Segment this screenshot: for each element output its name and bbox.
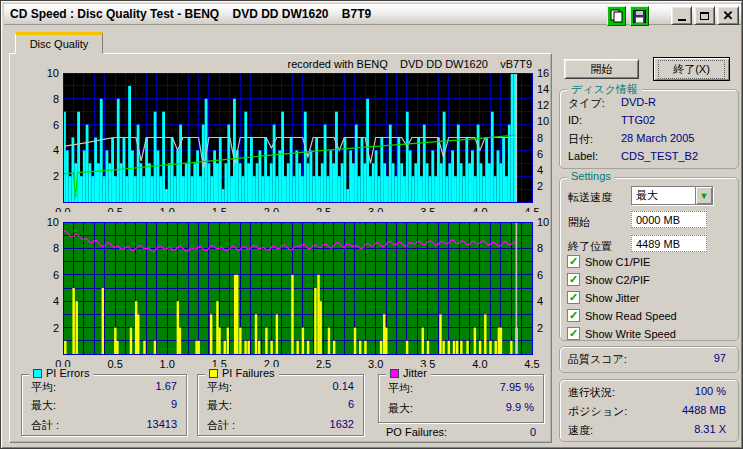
svg-text:6: 6 <box>53 269 59 281</box>
position-value: 4488 MB <box>568 404 726 416</box>
pi-failures-title: PI Failures <box>222 367 275 379</box>
pi-errors-swatch <box>33 369 42 378</box>
pi-failures-chart: 2468102468100.00.51.01.52.02.53.03.54.04… <box>29 210 551 372</box>
transfer-speed-label: 転送速度 <box>568 190 612 205</box>
checkmark-icon: ✓ <box>567 291 580 304</box>
svg-text:8: 8 <box>537 242 543 254</box>
disc-date-label: 日付: <box>568 132 593 147</box>
po-failures-row: PO Failures:0 <box>386 426 536 438</box>
close-icon: ✕ <box>723 9 734 22</box>
svg-text:10: 10 <box>47 67 59 79</box>
chevron-down-icon[interactable]: ▼ <box>695 187 712 204</box>
checkmark-icon: ✓ <box>567 273 580 286</box>
checkmark-icon: ✓ <box>567 309 580 322</box>
start-position-field[interactable]: 0000 MB <box>631 211 707 228</box>
svg-text:0.5: 0.5 <box>107 358 122 370</box>
maximize-icon <box>700 12 709 20</box>
end-position-field[interactable]: 4489 MB <box>631 235 707 252</box>
svg-text:6: 6 <box>537 148 543 160</box>
pi-errors-avg-row: 平均:1.67 <box>31 380 177 395</box>
svg-text:3.0: 3.0 <box>368 358 383 370</box>
disc-id-label: ID: <box>568 114 582 126</box>
svg-text:2: 2 <box>53 170 59 182</box>
svg-text:10: 10 <box>47 216 59 228</box>
svg-text:1.0: 1.0 <box>160 358 175 370</box>
pi-failures-swatch <box>209 369 218 378</box>
pi-errors-legend-box: PI Errors 平均:1.67 最大:9 合計 :13413 <box>21 374 187 436</box>
pi-errors-total-row: 合計 :13413 <box>31 418 177 433</box>
svg-text:10: 10 <box>537 216 549 228</box>
svg-text:4: 4 <box>53 295 59 307</box>
minimize-icon <box>678 19 686 21</box>
checkbox-show-read-speed[interactable]: ✓Show Read Speed <box>567 309 677 322</box>
svg-text:12: 12 <box>537 99 549 111</box>
minimize-button[interactable] <box>671 6 692 25</box>
svg-text:2.5: 2.5 <box>316 358 331 370</box>
svg-text:8: 8 <box>53 242 59 254</box>
pi-errors-max-row: 最大:9 <box>31 398 177 413</box>
quality-score-value: 97 <box>568 352 726 364</box>
pi-failures-max-row: 最大:6 <box>207 398 354 413</box>
svg-text:2: 2 <box>537 322 543 334</box>
svg-text:4.5: 4.5 <box>524 358 539 370</box>
tab-disc-quality[interactable]: Disc Quality <box>15 32 103 54</box>
disc-id-value: TTG02 <box>621 114 655 126</box>
checkbox-show-jitter[interactable]: ✓Show Jitter <box>567 291 639 304</box>
disc-label-label: Label: <box>568 150 598 162</box>
start-position-label: 開始 <box>568 215 590 230</box>
checkbox-show-c1-pie[interactable]: ✓Show C1/PIE <box>567 255 650 268</box>
svg-text:8: 8 <box>537 132 543 144</box>
jitter-legend-box: Jitter 平均:7.95 % 最大:9.9 % <box>378 374 544 423</box>
svg-text:2: 2 <box>537 180 543 192</box>
checkmark-icon: ✓ <box>567 255 580 268</box>
svg-text:4.0: 4.0 <box>472 358 487 370</box>
pi-failures-avg-row: 平均:0.14 <box>207 380 354 395</box>
exit-button[interactable]: 終了(X) <box>653 57 730 81</box>
svg-text:10: 10 <box>537 115 549 127</box>
svg-text:4: 4 <box>537 164 543 176</box>
window-title: CD Speed : Disc Quality Test - BENQ DVD … <box>4 7 371 21</box>
disc-label-value: CDS_TEST_B2 <box>621 150 698 162</box>
jitter-max-row: 最大:9.9 % <box>388 401 534 416</box>
pi-failures-total-row: 合計 :1632 <box>207 418 354 433</box>
jitter-swatch <box>390 369 399 378</box>
checkbox-show-c2-pif[interactable]: ✓Show C2/PIF <box>567 273 650 286</box>
transfer-speed-select[interactable]: 最大 ▼ <box>631 186 713 205</box>
maximize-button[interactable] <box>694 6 715 25</box>
progress-value: 100 % <box>568 385 726 397</box>
svg-text:8: 8 <box>53 93 59 105</box>
app-window: CD Speed : Disc Quality Test - BENQ DVD … <box>0 0 743 449</box>
svg-text:6: 6 <box>537 269 543 281</box>
floppy-save-icon[interactable] <box>630 6 649 26</box>
disc-type-value: DVD-R <box>621 96 656 108</box>
disc-date-value: 28 March 2005 <box>621 132 694 144</box>
disc-type-label: タイプ: <box>568 96 605 111</box>
start-button[interactable]: 開始 <box>564 59 639 79</box>
jitter-avg-row: 平均:7.95 % <box>388 381 534 396</box>
pi-errors-title: PI Errors <box>46 367 89 379</box>
svg-text:14: 14 <box>537 83 549 95</box>
copy-pages-icon[interactable] <box>607 6 626 26</box>
checkmark-icon: ✓ <box>567 327 580 340</box>
close-button[interactable]: ✕ <box>717 6 739 25</box>
svg-text:6: 6 <box>53 119 59 131</box>
end-position-label: 終了位置 <box>568 239 612 254</box>
pi-failures-legend-box: PI Failures 平均:0.14 最大:6 合計 :1632 <box>197 374 364 436</box>
disc-info-group-title: ディスク情報 <box>567 82 642 97</box>
svg-text:2: 2 <box>53 322 59 334</box>
settings-group-title: Settings <box>567 170 615 182</box>
pi-errors-chart: 2468102468101214160.00.51.01.52.02.53.03… <box>29 61 551 212</box>
jitter-title: Jitter <box>403 367 427 379</box>
speed-value: 8.31 X <box>568 423 726 435</box>
svg-text:4: 4 <box>53 144 59 156</box>
svg-text:16: 16 <box>537 67 549 79</box>
svg-text:4: 4 <box>537 295 543 307</box>
checkbox-show-write-speed[interactable]: ✓Show Write Speed <box>567 327 676 340</box>
